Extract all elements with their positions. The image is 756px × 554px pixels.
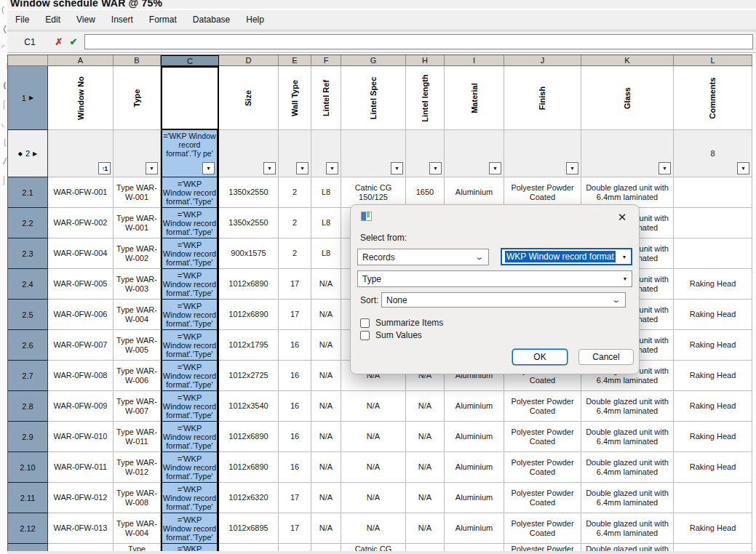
row-expand-icon[interactable]: ▶ bbox=[29, 95, 33, 101]
filter-dropdown-button-F[interactable]: ▼ bbox=[326, 162, 338, 174]
row-header-2.1[interactable]: 2.1 bbox=[8, 177, 48, 208]
menu-item-insert[interactable]: Insert bbox=[103, 12, 141, 28]
filter-cell-E[interactable]: ▼ bbox=[279, 130, 311, 177]
row-header-2.6[interactable]: 2.6 bbox=[8, 330, 48, 361]
row-header-2.9[interactable]: 2.9 bbox=[8, 422, 48, 452]
column-header-cell-G[interactable]: Lintel Spec bbox=[341, 66, 406, 130]
cell-reference-box[interactable]: C1 bbox=[7, 37, 52, 47]
filter-dropdown-button-G[interactable]: ▼ bbox=[391, 162, 403, 174]
formula-input[interactable] bbox=[84, 34, 753, 49]
column-header-cell-E[interactable]: Wall Type bbox=[279, 66, 311, 130]
column-header-cell-I[interactable]: Material bbox=[445, 66, 504, 130]
toolbar-icon-fragment[interactable]: ❪ bbox=[1, 76, 7, 95]
menu-item-format[interactable]: Format bbox=[141, 12, 185, 28]
row-header-2.8[interactable]: 2.8 bbox=[8, 391, 48, 422]
records-dropdown[interactable]: Records ⌄ bbox=[357, 249, 489, 265]
row-header-2.7[interactable]: 2.7 bbox=[8, 361, 48, 391]
grid-corner-cell[interactable] bbox=[8, 55, 48, 66]
filter-dropdown-button-H[interactable]: ▼ bbox=[429, 162, 442, 174]
toolbar-icon-fragment[interactable]: ⌠ bbox=[1, 95, 7, 113]
toolbar-icon-fragment[interactable]: ◟ bbox=[1, 113, 7, 132]
menu-item-view[interactable]: View bbox=[68, 12, 103, 28]
column-letter-F[interactable]: F bbox=[311, 55, 341, 66]
toolbar-icon-fragment[interactable]: ( bbox=[1, 0, 7, 19]
toolbar-icon-fragment[interactable]: ⌡ bbox=[1, 170, 7, 189]
cancel-button[interactable]: Cancel bbox=[578, 349, 634, 365]
column-letter-G[interactable]: G bbox=[341, 55, 406, 66]
field-dropdown[interactable]: Type ▼ bbox=[357, 270, 632, 287]
column-header-cell-H[interactable]: Lintel length bbox=[406, 66, 445, 130]
column-letter-C[interactable]: C bbox=[161, 55, 219, 66]
column-letter-K[interactable]: K bbox=[581, 55, 674, 66]
row-header-2.4[interactable]: 2.4 bbox=[8, 269, 48, 300]
filter-cell-K[interactable]: ▼ bbox=[581, 130, 674, 177]
menu-item-edit[interactable]: Edit bbox=[37, 12, 68, 28]
column-header-cell-J[interactable]: Finish bbox=[504, 66, 581, 130]
menu-item-file[interactable]: File bbox=[7, 12, 37, 28]
sum-values-checkbox[interactable] bbox=[360, 331, 370, 340]
sort-dropdown[interactable]: None ⌄ bbox=[381, 292, 626, 308]
filter-dropdown-button-E[interactable]: ▼ bbox=[296, 162, 309, 174]
filter-dropdown-button-I[interactable]: ▼ bbox=[489, 162, 501, 174]
row-header-2.12[interactable]: 2.12 bbox=[8, 513, 48, 544]
dropdown-arrow-icon[interactable]: ▼ bbox=[618, 249, 631, 264]
bottom-scroll-strip[interactable] bbox=[7, 551, 756, 554]
column-header-cell-A[interactable]: Window No bbox=[48, 66, 114, 130]
column-header-cell-L[interactable]: Comments bbox=[674, 66, 752, 130]
filter-dropdown-button-B[interactable]: ▼ bbox=[146, 162, 158, 174]
dropdown-arrow-icon[interactable]: ▼ bbox=[618, 271, 632, 286]
filter-cell-A[interactable]: ↑1 bbox=[48, 130, 114, 177]
row-header-2.2[interactable]: 2.2 bbox=[8, 208, 48, 238]
confirm-entry-icon[interactable]: ✔ bbox=[67, 36, 80, 49]
column-header-cell-K[interactable]: Glass bbox=[581, 66, 674, 130]
column-header-cell-C[interactable] bbox=[161, 66, 219, 130]
filter-dropdown-button-L[interactable]: ▼ bbox=[737, 162, 749, 174]
column-header-cell-F[interactable]: Lintel Ref bbox=[311, 66, 341, 130]
column-letter-E[interactable]: E bbox=[279, 55, 311, 66]
row-header-1[interactable]: 1▶ bbox=[8, 66, 48, 130]
row-header-2.3[interactable]: 2.3 bbox=[8, 238, 48, 269]
summarize-items-checkbox[interactable] bbox=[360, 318, 370, 328]
filter-cell-H[interactable]: ▼ bbox=[406, 130, 445, 177]
data-cell: ='WKP Window record format'.'Type' bbox=[161, 513, 219, 544]
row-expand-icon[interactable]: ▶ bbox=[33, 150, 37, 157]
filter-cell-B[interactable]: ▼ bbox=[114, 130, 161, 177]
sort-ascending-button[interactable]: ↑1 bbox=[98, 162, 111, 174]
filter-dropdown-button-J[interactable]: ▼ bbox=[566, 162, 578, 174]
ok-button[interactable]: OK bbox=[512, 349, 568, 365]
toolbar-icon-fragment[interactable]: 〳 bbox=[1, 151, 7, 170]
column-letter-J[interactable]: J bbox=[504, 55, 581, 66]
column-letter-I[interactable]: I bbox=[445, 55, 504, 66]
column-header-cell-D[interactable]: Size bbox=[219, 66, 279, 130]
row-header-2.10[interactable]: 2.10 bbox=[8, 452, 48, 483]
column-letter-H[interactable]: H bbox=[406, 55, 445, 66]
filter-cell-I[interactable]: ▼ bbox=[445, 130, 504, 177]
row-header-2[interactable]: ◆2▶ bbox=[8, 130, 48, 177]
row-header-2.5[interactable]: 2.5 bbox=[8, 300, 48, 330]
filter-cell-C[interactable]: ='WKP Window record format'.'Ty pe'▼ bbox=[161, 130, 219, 177]
menu-item-help[interactable]: Help bbox=[238, 12, 272, 28]
column-letter-D[interactable]: D bbox=[219, 55, 279, 66]
column-letter-B[interactable]: B bbox=[114, 55, 161, 66]
filter-cell-J[interactable]: ▼ bbox=[504, 130, 581, 177]
filter-cell-D[interactable]: ▼ bbox=[219, 130, 279, 177]
toolbar-icon-fragment[interactable]: ❬ bbox=[1, 19, 7, 38]
cancel-entry-icon[interactable]: ✗ bbox=[52, 36, 65, 49]
filter-cell-L[interactable]: 8▼ bbox=[674, 130, 752, 177]
filter-dropdown-button-D[interactable]: ▼ bbox=[263, 162, 276, 174]
filter-cell-G[interactable]: ▼ bbox=[341, 130, 406, 177]
filter-dropdown-button-K[interactable]: ▼ bbox=[658, 162, 671, 174]
menu-item-database[interactable]: Database bbox=[185, 12, 238, 28]
toolbar-icon-fragment[interactable]: 〔 bbox=[1, 57, 7, 76]
row-header-2.11[interactable]: 2.11 bbox=[8, 483, 48, 513]
column-letter-L[interactable]: L bbox=[674, 55, 752, 66]
filter-dropdown-button-C[interactable]: ▼ bbox=[202, 162, 215, 174]
column-letter-A[interactable]: A bbox=[48, 55, 114, 66]
filter-cell-F[interactable]: ▼ bbox=[311, 130, 341, 177]
left-toolbar-clipped[interactable]: (❬◜〔❪⌠◟❲〳⌡ bbox=[0, 0, 7, 554]
record-format-dropdown[interactable]: WKP Window record format ▼ bbox=[501, 248, 632, 265]
close-icon[interactable]: ✕ bbox=[614, 209, 630, 225]
toolbar-icon-fragment[interactable]: ❲ bbox=[1, 132, 7, 151]
column-header-cell-B[interactable]: Type bbox=[114, 66, 161, 130]
toolbar-icon-fragment[interactable]: ◜ bbox=[1, 38, 7, 57]
